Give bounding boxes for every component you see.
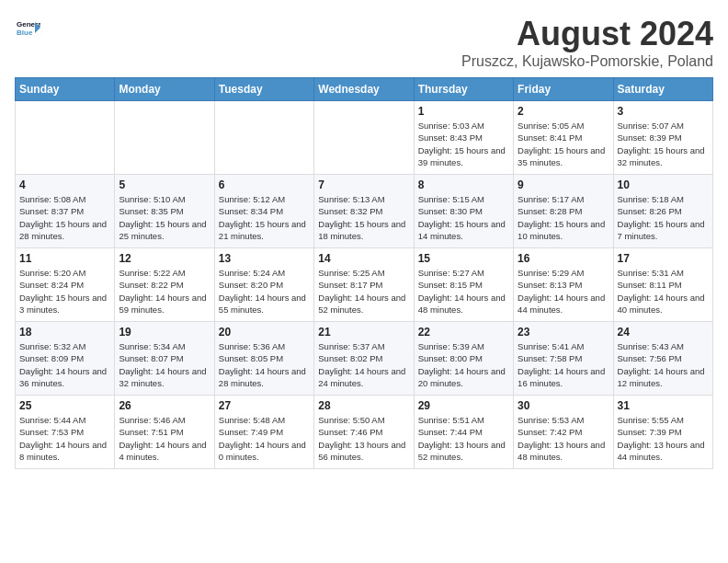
day-detail: Sunrise: 5:46 AM Sunset: 7:51 PM Dayligh… — [119, 414, 210, 463]
day-detail: Sunrise: 5:48 AM Sunset: 7:49 PM Dayligh… — [219, 414, 310, 463]
calendar-cell: 19Sunrise: 5:34 AM Sunset: 8:07 PM Dayli… — [115, 322, 214, 396]
calendar-cell — [16, 101, 115, 175]
day-number: 27 — [219, 399, 310, 412]
calendar-cell: 16Sunrise: 5:29 AM Sunset: 8:13 PM Dayli… — [514, 248, 613, 322]
calendar-cell: 30Sunrise: 5:53 AM Sunset: 7:42 PM Dayli… — [514, 396, 613, 469]
day-detail: Sunrise: 5:10 AM Sunset: 8:35 PM Dayligh… — [119, 193, 210, 242]
day-number: 6 — [219, 178, 310, 191]
day-detail: Sunrise: 5:27 AM Sunset: 8:15 PM Dayligh… — [418, 267, 509, 316]
day-detail: Sunrise: 5:17 AM Sunset: 8:28 PM Dayligh… — [518, 193, 609, 242]
day-detail: Sunrise: 5:50 AM Sunset: 7:46 PM Dayligh… — [318, 414, 409, 463]
calendar-cell — [115, 101, 214, 175]
calendar-cell: 27Sunrise: 5:48 AM Sunset: 7:49 PM Dayli… — [214, 396, 313, 469]
calendar-cell: 23Sunrise: 5:41 AM Sunset: 7:58 PM Dayli… — [514, 322, 613, 396]
calendar-cell: 9Sunrise: 5:17 AM Sunset: 8:28 PM Daylig… — [514, 175, 613, 248]
week-row-1: 1Sunrise: 5:03 AM Sunset: 8:43 PM Daylig… — [16, 101, 713, 175]
calendar-cell: 15Sunrise: 5:27 AM Sunset: 8:15 PM Dayli… — [414, 248, 513, 322]
week-row-4: 18Sunrise: 5:32 AM Sunset: 8:09 PM Dayli… — [16, 322, 713, 396]
day-detail: Sunrise: 5:07 AM Sunset: 8:39 PM Dayligh… — [618, 120, 709, 168]
day-number: 20 — [219, 326, 310, 339]
calendar-cell: 7Sunrise: 5:13 AM Sunset: 8:32 PM Daylig… — [314, 175, 414, 248]
day-number: 30 — [518, 399, 609, 412]
day-detail: Sunrise: 5:25 AM Sunset: 8:17 PM Dayligh… — [318, 267, 409, 316]
calendar-cell: 12Sunrise: 5:22 AM Sunset: 8:22 PM Dayli… — [115, 248, 214, 322]
calendar-cell: 29Sunrise: 5:51 AM Sunset: 7:44 PM Dayli… — [414, 396, 513, 469]
day-number: 8 — [418, 178, 509, 191]
day-header-tuesday: Tuesday — [214, 78, 313, 101]
day-number: 3 — [618, 105, 709, 118]
day-number: 31 — [618, 399, 709, 412]
day-number: 23 — [518, 326, 609, 339]
week-row-5: 25Sunrise: 5:44 AM Sunset: 7:53 PM Dayli… — [16, 396, 713, 469]
day-detail: Sunrise: 5:43 AM Sunset: 7:56 PM Dayligh… — [618, 340, 709, 389]
calendar-cell: 8Sunrise: 5:15 AM Sunset: 8:30 PM Daylig… — [414, 175, 513, 248]
day-detail: Sunrise: 5:08 AM Sunset: 8:37 PM Dayligh… — [19, 193, 110, 242]
calendar-cell: 6Sunrise: 5:12 AM Sunset: 8:34 PM Daylig… — [214, 175, 313, 248]
day-number: 25 — [19, 399, 110, 412]
week-row-2: 4Sunrise: 5:08 AM Sunset: 8:37 PM Daylig… — [16, 175, 713, 248]
day-number: 4 — [19, 178, 110, 191]
day-number: 15 — [418, 252, 509, 265]
calendar-table: SundayMondayTuesdayWednesdayThursdayFrid… — [15, 77, 713, 469]
calendar-cell: 4Sunrise: 5:08 AM Sunset: 8:37 PM Daylig… — [16, 175, 115, 248]
day-detail: Sunrise: 5:51 AM Sunset: 7:44 PM Dayligh… — [418, 414, 509, 463]
day-detail: Sunrise: 5:31 AM Sunset: 8:11 PM Dayligh… — [618, 267, 709, 316]
svg-text:Blue: Blue — [17, 29, 33, 37]
calendar-cell: 25Sunrise: 5:44 AM Sunset: 7:53 PM Dayli… — [16, 396, 115, 469]
day-detail: Sunrise: 5:37 AM Sunset: 8:02 PM Dayligh… — [318, 340, 409, 389]
calendar-cell: 14Sunrise: 5:25 AM Sunset: 8:17 PM Dayli… — [314, 248, 414, 322]
day-detail: Sunrise: 5:53 AM Sunset: 7:42 PM Dayligh… — [518, 414, 609, 463]
day-detail: Sunrise: 5:12 AM Sunset: 8:34 PM Dayligh… — [219, 193, 310, 242]
calendar-cell: 1Sunrise: 5:03 AM Sunset: 8:43 PM Daylig… — [414, 101, 513, 175]
day-number: 13 — [219, 252, 310, 265]
day-number: 21 — [318, 326, 409, 339]
header: General Blue August 2024 Pruszcz, Kujaws… — [15, 15, 713, 70]
day-number: 2 — [518, 105, 609, 118]
day-detail: Sunrise: 5:41 AM Sunset: 7:58 PM Dayligh… — [518, 340, 609, 389]
logo-icon: General Blue — [15, 15, 40, 40]
calendar-cell: 13Sunrise: 5:24 AM Sunset: 8:20 PM Dayli… — [214, 248, 313, 322]
day-number: 10 — [618, 178, 709, 191]
calendar-body: 1Sunrise: 5:03 AM Sunset: 8:43 PM Daylig… — [16, 101, 713, 469]
day-header-wednesday: Wednesday — [314, 78, 414, 101]
day-detail: Sunrise: 5:22 AM Sunset: 8:22 PM Dayligh… — [119, 267, 210, 316]
day-number: 18 — [19, 326, 110, 339]
day-number: 22 — [418, 326, 509, 339]
day-detail: Sunrise: 5:44 AM Sunset: 7:53 PM Dayligh… — [19, 414, 110, 463]
calendar-cell — [214, 101, 313, 175]
calendar-cell: 24Sunrise: 5:43 AM Sunset: 7:56 PM Dayli… — [613, 322, 712, 396]
calendar-cell: 18Sunrise: 5:32 AM Sunset: 8:09 PM Dayli… — [16, 322, 115, 396]
day-header-monday: Monday — [115, 78, 214, 101]
day-detail: Sunrise: 5:18 AM Sunset: 8:26 PM Dayligh… — [618, 193, 709, 242]
day-header-thursday: Thursday — [414, 78, 513, 101]
day-number: 19 — [119, 326, 210, 339]
day-number: 26 — [119, 399, 210, 412]
month-title: August 2024 — [461, 15, 713, 53]
day-detail: Sunrise: 5:39 AM Sunset: 8:00 PM Dayligh… — [418, 340, 509, 389]
day-number: 12 — [119, 252, 210, 265]
day-detail: Sunrise: 5:20 AM Sunset: 8:24 PM Dayligh… — [19, 267, 110, 316]
day-detail: Sunrise: 5:29 AM Sunset: 8:13 PM Dayligh… — [518, 267, 609, 316]
calendar-cell: 11Sunrise: 5:20 AM Sunset: 8:24 PM Dayli… — [16, 248, 115, 322]
calendar-cell: 22Sunrise: 5:39 AM Sunset: 8:00 PM Dayli… — [414, 322, 513, 396]
calendar-header-row: SundayMondayTuesdayWednesdayThursdayFrid… — [16, 78, 713, 101]
day-detail: Sunrise: 5:03 AM Sunset: 8:43 PM Dayligh… — [418, 120, 509, 168]
calendar-cell: 28Sunrise: 5:50 AM Sunset: 7:46 PM Dayli… — [314, 396, 414, 469]
logo: General Blue — [15, 15, 40, 40]
calendar-cell: 2Sunrise: 5:05 AM Sunset: 8:41 PM Daylig… — [514, 101, 613, 175]
calendar-cell: 20Sunrise: 5:36 AM Sunset: 8:05 PM Dayli… — [214, 322, 313, 396]
day-number: 16 — [518, 252, 609, 265]
day-detail: Sunrise: 5:36 AM Sunset: 8:05 PM Dayligh… — [219, 340, 310, 389]
day-number: 9 — [518, 178, 609, 191]
day-header-friday: Friday — [514, 78, 613, 101]
week-row-3: 11Sunrise: 5:20 AM Sunset: 8:24 PM Dayli… — [16, 248, 713, 322]
day-number: 29 — [418, 399, 509, 412]
day-detail: Sunrise: 5:13 AM Sunset: 8:32 PM Dayligh… — [318, 193, 409, 242]
day-detail: Sunrise: 5:24 AM Sunset: 8:20 PM Dayligh… — [219, 267, 310, 316]
calendar-cell: 3Sunrise: 5:07 AM Sunset: 8:39 PM Daylig… — [613, 101, 712, 175]
calendar-cell: 5Sunrise: 5:10 AM Sunset: 8:35 PM Daylig… — [115, 175, 214, 248]
calendar-cell: 31Sunrise: 5:55 AM Sunset: 7:39 PM Dayli… — [613, 396, 712, 469]
day-detail: Sunrise: 5:05 AM Sunset: 8:41 PM Dayligh… — [518, 120, 609, 168]
day-number: 1 — [418, 105, 509, 118]
calendar-cell: 10Sunrise: 5:18 AM Sunset: 8:26 PM Dayli… — [613, 175, 712, 248]
